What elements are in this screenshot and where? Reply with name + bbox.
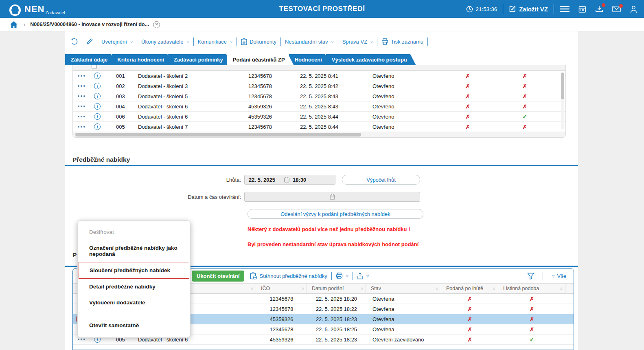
- divider: [427, 37, 428, 46]
- filter-funnel-icon[interactable]: [527, 273, 534, 280]
- filter-dropdown-icon[interactable]: ▽: [302, 287, 304, 291]
- filter-dropdown-icon[interactable]: ▽: [436, 287, 438, 291]
- select-all-checkbox[interactable]: [92, 65, 97, 68]
- print-record-button[interactable]: Tisk záznamu: [381, 38, 423, 45]
- messages-button[interactable]: [612, 6, 621, 12]
- row-actions-button[interactable]: [77, 94, 87, 99]
- scrollbar-thumb[interactable]: [75, 133, 361, 136]
- nen-logo[interactable]: NEN Zadavatel: [9, 2, 65, 16]
- tab-zakladni-udaje[interactable]: Základní údaje: [65, 54, 116, 65]
- opening-datetime-field[interactable]: [244, 192, 420, 202]
- check-icon: ✓: [522, 113, 527, 120]
- info-icon[interactable]: i: [94, 103, 101, 110]
- info-icon[interactable]: i: [94, 73, 101, 79]
- cross-icon: ✗: [468, 326, 472, 332]
- record-toolbar: Uveřejnění▽ Úkony zadavatele▽ Komunikace…: [65, 35, 578, 48]
- menu-sprava-vz[interactable]: Správa VZ▽: [342, 39, 373, 45]
- ico-value: 45359326: [236, 103, 285, 110]
- supplier-name: Dodavatel - školení 7: [138, 124, 236, 130]
- ico-value: 12345678: [236, 73, 285, 79]
- profile-button[interactable]: [630, 5, 637, 13]
- ico-value: 45359326: [236, 114, 285, 120]
- menu-item-otevrit-samostatne[interactable]: Otevřít samostatně: [78, 317, 190, 333]
- row-actions-button[interactable]: [77, 84, 87, 89]
- edit-button[interactable]: [86, 38, 93, 45]
- home-icon[interactable]: [10, 21, 18, 28]
- calendar-icon[interactable]: [330, 194, 335, 200]
- row-actions-button[interactable]: [77, 73, 87, 79]
- row-number: 001: [105, 73, 138, 79]
- menu-item-slouceni-nabidek[interactable]: Sloučení předběžných nabídek: [79, 262, 189, 279]
- export-button[interactable]: ▽: [357, 273, 369, 280]
- user-icon: [630, 5, 637, 13]
- scrollbar-thumb[interactable]: [561, 73, 564, 99]
- header-ico[interactable]: IČO▽: [256, 284, 307, 293]
- date-value: 22. 5. 2025 18:22: [307, 306, 366, 312]
- row-actions-button[interactable]: [77, 104, 87, 109]
- table-row[interactable]: i 005 Dodavatel - školení 7 12345678 22.…: [73, 122, 565, 132]
- filter-dropdown-icon[interactable]: ▽: [493, 287, 495, 291]
- print-button[interactable]: ▽: [336, 273, 348, 279]
- row-actions-button[interactable]: [77, 124, 87, 130]
- download-offers-button[interactable]: Stáhnout předběžné nabídky: [250, 272, 327, 280]
- tab-zadavaci-podminky[interactable]: Zadávací podmínky: [168, 54, 232, 65]
- header-stav[interactable]: Stav▽: [366, 284, 441, 293]
- table-row[interactable]: i 004 Dodavatel - školení 6 45359326 22.…: [73, 101, 565, 112]
- menu-item-detail-nabidky[interactable]: Detail předběžné nabídky: [78, 279, 190, 295]
- supplier-name: Dodavatel - školení 3: [138, 83, 236, 89]
- create-vz-button[interactable]: Založit VZ: [509, 5, 548, 13]
- tab-vysledek[interactable]: Výsledek zadávacího postupu: [326, 54, 416, 65]
- calendar-icon[interactable]: [284, 177, 289, 183]
- divider: [97, 37, 97, 46]
- calendar-button[interactable]: [578, 5, 586, 13]
- info-icon[interactable]: i: [94, 83, 101, 89]
- table-row[interactable]: i 006 Dodavatel - školení 6 45359326 22.…: [73, 112, 565, 122]
- row-actions-button[interactable]: [77, 114, 87, 119]
- menu-item-oznaceni-nepodana[interactable]: Označení předběžné nabídky jako nepodaná: [78, 240, 190, 262]
- history-button[interactable]: [71, 38, 78, 45]
- header-datum-podani[interactable]: Datum podání▽: [307, 284, 366, 293]
- date-value: 22. 5. 2025 18:25: [307, 326, 366, 332]
- end-opening-button[interactable]: Ukončit otevírání: [192, 271, 244, 282]
- check-icon: ✓: [530, 336, 534, 343]
- tab-kriteria-hodnoceni[interactable]: Kritéria hodnocení: [112, 54, 173, 65]
- tab-podani-ucastniku[interactable]: Podání účastníků ZP: [227, 54, 294, 65]
- menu-nestandardni-stav[interactable]: Nestandardní stav▽: [285, 39, 334, 45]
- table-row[interactable]: i 002 Dodavatel - školení 3 12345678 22.…: [73, 81, 565, 91]
- deadline-time-value[interactable]: 18:30: [293, 177, 306, 183]
- vertical-scrollbar[interactable]: [561, 73, 564, 130]
- menu-dokumenty[interactable]: Dokumenty: [241, 38, 276, 45]
- menu-item-vylouceni-dodavatele[interactable]: Vyloučení dodavatele: [78, 295, 190, 310]
- cross-icon: ✗: [530, 306, 534, 312]
- date-value: 22. 5. 2025 18:23: [307, 316, 366, 322]
- close-tab-icon[interactable]: ✕: [153, 21, 160, 28]
- filter-dropdown-icon[interactable]: ▽: [560, 287, 563, 291]
- filter-dropdown-icon[interactable]: ▽: [251, 287, 253, 291]
- deadline-field[interactable]: 22. 5. 2025 18:30: [244, 175, 335, 185]
- filter-dropdown-icon[interactable]: ▽: [361, 287, 363, 291]
- horizontal-scrollbar[interactable]: [73, 132, 565, 137]
- deadline-date-value[interactable]: 22. 5. 2025: [249, 177, 275, 183]
- divider: [503, 4, 503, 14]
- filter-all-dropdown[interactable]: ▽Vše: [551, 273, 566, 279]
- info-icon[interactable]: i: [94, 123, 101, 130]
- header-podana-po-lhute[interactable]: Podaná po lhůtě▽: [441, 284, 498, 293]
- table-row[interactable]: i 001 Dodavatel - školení 2 12345678 22.…: [73, 71, 565, 81]
- breadcrumb: › N006/25/V00004860 - Inovace v rozvoji …: [0, 18, 644, 31]
- send-call-button[interactable]: Odeslání výzvy k podání předběžných nabí…: [248, 209, 423, 219]
- header-listinna-podoba[interactable]: Listinná podoba▽: [498, 284, 565, 293]
- menu-button[interactable]: [560, 6, 570, 12]
- breadcrumb-item[interactable]: N006/25/V00004860 - Inovace v rozvoji ří…: [30, 22, 149, 27]
- table-row[interactable]: i 003 Dodavatel - školení 5 12345678 22.…: [73, 91, 565, 101]
- menu-komunikace[interactable]: Komunikace▽: [198, 39, 233, 45]
- menu-ukony-zadavatele[interactable]: Úkony zadavatele▽: [141, 39, 189, 45]
- printer-icon: [336, 273, 343, 279]
- info-icon[interactable]: i: [94, 113, 101, 120]
- inbox-button[interactable]: [595, 5, 603, 13]
- info-icon[interactable]: i: [94, 93, 101, 99]
- tab-hodnoceni[interactable]: Hodnocení: [289, 54, 331, 65]
- divider: [331, 272, 332, 280]
- menu-uverejneni[interactable]: Uveřejnění▽: [101, 39, 133, 45]
- calc-deadlines-button[interactable]: Výpočet lhůt: [342, 175, 420, 185]
- edit-square-icon: [509, 5, 516, 13]
